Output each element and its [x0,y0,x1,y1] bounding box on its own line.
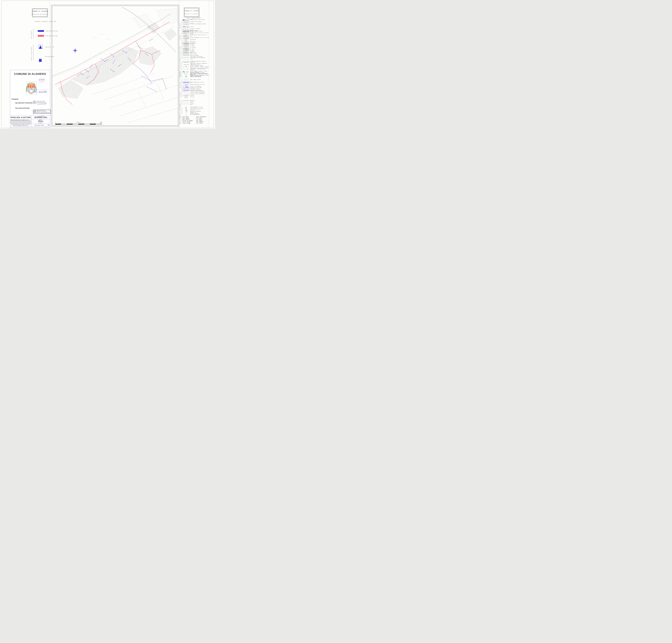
legend-symbol: ▼ [183,108,190,109]
legend-rows: stazioni in costruzioneFerrovia a due o … [183,19,209,32]
legend-symbol: ▯ ▮ ○ ▨ □ [183,64,190,65]
legend-symbol: ♁ † ⊠ × [183,66,190,68]
delibera-date: 18.12.2002 [38,90,47,93]
abbreviation-entry: T.ca - Tanca [196,119,209,120]
curva-dir-symbol-icon: 50 [183,91,190,92]
legend-label: Muro di sostegno [190,55,199,56]
bridge-road-l-symbol-icon [183,50,190,51]
curva-aus-symbol-icon [183,94,190,95]
legend-label: Curva di livello direttrice [190,91,205,92]
legend-label: Strada a quattro corsie [190,31,202,32]
legend-row: con muriStrada ad una corsia (tra 3,5 e … [183,35,209,37]
bridge-road-f-symbol-icon [183,49,190,50]
legend-symbol: in sede propriain sede stradale [183,26,190,28]
legend-symbol [183,57,190,58]
legend-label: Strada ad una corsia (tra 3,5 e 7 mt) [190,35,209,37]
legend-label: Scarpata [190,95,194,96]
legend-symbol [183,94,190,95]
legend-label: Coltura [190,102,194,104]
abbreviation-entry: P.tta - Pinnetta [196,121,209,122]
legend-section-elementi-divisori: Elementi divisoriMuro a calceMuro a secc… [180,52,209,60]
legend-row: ♀ |Bosco ceduo, macchia mediterranea [183,73,209,75]
section-bracket [182,43,182,53]
legend-label: Cancellata, staccionata, rete metallica,… [190,56,205,58]
legend-symbol [183,78,190,81]
legend-section-ponti: Pontiper ferrovieIn muraturaIn ferroIn l… [180,42,209,53]
legend-label: In muratura [190,47,196,48]
ordine-crest-icon [34,110,36,113]
legend-symbol [183,96,190,98]
legend-symbol: stazioni in costruzione [183,19,190,21]
lim-col-symbol-icon [183,102,190,104]
dirigente-signature [39,82,44,84]
title-block: COMUNE DI ALGHERO IL DIRIGENTE Dott. Arc… [10,70,50,128]
glyph-symbol-icon: † † ◠ ▪ ▫ [183,69,190,70]
glyph-symbol-icon: ▯ ▮ ○ ▨ □ [183,64,190,65]
legend-row: In ferro [183,49,209,50]
section-bracket [182,100,182,105]
legend-symbol: con muri in costruzione [183,31,190,33]
legend-rows: ProvinciaComuneColturaBosco [183,100,209,105]
legend-symbol [183,46,190,47]
rocciaio-symbol-icon [184,96,188,98]
legend-symbol [183,50,190,51]
siepe-symbol-icon [183,59,190,60]
legend-symbol: su viadotto galleriascoperto sotterraneo [183,81,190,84]
legend-symbol [183,52,190,53]
legend-label: Chiesa, cappella, cimitero, miniera [190,66,209,67]
legend-symbol [183,53,190,55]
legend-label: Punto Geodetico I. G. M. [190,107,203,108]
legend-section-title: Elementi divisori [180,50,181,62]
legend-section-title: Idrografia [180,81,181,88]
legend-row: per stradeIn muratura [183,47,209,49]
legend-label: Comune [190,101,193,102]
legend-label: Muro a calce [190,52,196,53]
legend-symbol [183,28,190,29]
legend-symbol [183,100,190,101]
designer-1: Ing. Massimo Tumminelli [15,102,33,104]
legend-label: Rocciaio [190,97,194,98]
abbreviations-grid: B.cu - BaccuFu.xiu - FurriadroxiuB.de - … [183,116,209,123]
roadsec-symbol-icon [183,37,190,39]
legend-row: Cancellata, staccionata, rete metallica,… [183,56,209,58]
symbol-sublabel: scoperto sotterraneo [183,83,190,84]
legend-row: su viadotto galleriascoperto sotterraneo… [183,81,209,84]
legend-label: Acquedotto sotterraneo [190,87,202,88]
legend-row: Curva di livello ausiliaria [183,93,209,95]
delibera-n: n. [32,92,33,93]
comune-title: COMUNE DI ALGHERO [185,10,199,12]
em-bracket [33,28,34,39]
legend-row: in galleria in costruzioneStrada a due o… [183,33,209,35]
legend-symbol: con muri [183,39,190,40]
legend-row: Muro a calce [183,52,209,53]
legend-label: Siepe [190,59,193,60]
legend-row: ♁ † ⊠ ×Chiesa, cappella, cimitero, minie… [183,66,209,68]
bridge-road-symbol-icon [183,48,190,49]
legend-row: per ferrovieIn muratura [183,42,209,44]
legend-row: Canale d' irrigazione [183,86,209,87]
legend-row: In ferro [183,44,209,46]
road4-symbol-icon [183,31,190,32]
progettisti-label: Progettisti: [12,98,19,100]
legend-section-idrografia: IdrografiaLago, stagno, paludesu viadott… [180,78,209,91]
legend-label: Frutteto, agrumeto, oliveto [190,72,205,73]
legend-label: Carrareccia [190,39,196,40]
conventional-signs-title: SEGNI CONVENZIONALI [186,17,202,19]
legend-symbol [183,101,190,102]
legend-label: Strada secondaria (tra 2,5 e 3,5 mt) [190,37,209,38]
legend-label: Albero di essenza non identificabile [190,75,209,76]
legend-rows: ψ ♀ ♁Frutteto, agrumeto, oliveto♀ |Bosco… [183,72,209,77]
scale-bar-segments [55,124,102,125]
rail2-symbol-icon [183,20,190,21]
legend-label: Curva di livello intermedia [190,92,205,93]
legend-label: In muratura [190,43,196,44]
legend-row: Acquedotto scoperto [183,88,209,90]
legend-symbol [183,109,190,111]
conduttura-symbol-icon [183,62,190,63]
legend-row: Muro di sostegno [183,55,209,56]
left-header-box: COMUNE DI ALGHERO Provincia di Sassari [32,8,48,17]
symbol-sublabel: C. lo [183,25,190,25]
legend-label: Punto di riferimento Topografico [190,111,201,113]
legend-row: ▼Punto Geodetico Catastale [183,108,209,109]
glyph-symbol-icon: ♀ | [183,74,190,75]
